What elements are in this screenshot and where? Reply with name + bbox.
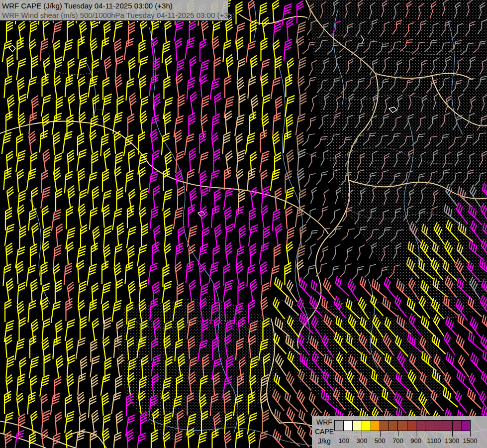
- colorbar-tick-mark: [452, 431, 453, 437]
- legend-label-model: WRF: [314, 418, 335, 427]
- colorbar-cell: [416, 421, 425, 431]
- cape-colorbar: [334, 420, 471, 431]
- colorbar-tick-mark: [398, 431, 398, 437]
- colorbar-cell: [344, 421, 353, 431]
- colorbar-tick-mark: [380, 431, 381, 437]
- title-line-cape: WRF CAPE (J/kg) Tuesday 04-11-2025 03:00…: [2, 1, 225, 10]
- colorbar-cell: [362, 421, 371, 431]
- colorbar-tick-mark: [416, 431, 416, 437]
- cape-legend: WRF CAPE J/kg 10030050070090011001300150…: [312, 416, 487, 448]
- title-overlay: WRF CAPE (J/kg) Tuesday 04-11-2025 03:00…: [0, 0, 228, 21]
- colorbar-cell: [335, 421, 344, 431]
- colorbar-cell: [407, 421, 416, 431]
- colorbar-cell: [434, 421, 443, 431]
- legend-label-unit: J/kg: [314, 437, 335, 446]
- colorbar-cell: [462, 421, 470, 431]
- colorbar-cell: [380, 421, 389, 431]
- legend-label-variable: CAPE: [314, 427, 335, 437]
- colorbar-tick-mark: [344, 431, 344, 437]
- title-line-shear: WRF Wind shear (m/s) 500/1000hPa Tuesday…: [2, 10, 225, 20]
- weather-map-page: WRF CAPE (J/kg) Tuesday 04-11-2025 03:00…: [0, 0, 487, 448]
- colorbar-cell: [353, 421, 362, 431]
- weather-map-canvas: [0, 0, 487, 448]
- colorbar-cell: [389, 421, 398, 431]
- colorbar-cell: [371, 421, 380, 431]
- colorbar-cell: [398, 421, 407, 431]
- legend-label: WRF CAPE J/kg: [314, 418, 335, 446]
- colorbar-tick-mark: [470, 431, 471, 437]
- colorbar-tick-mark: [362, 431, 362, 437]
- colorbar-wrap: 100300500700900110013001500: [334, 420, 471, 446]
- colorbar-cell: [453, 421, 462, 431]
- colorbar-tick-mark: [434, 431, 434, 437]
- colorbar-tick-label: 1500: [459, 437, 481, 445]
- colorbar-cell: [425, 421, 434, 431]
- colorbar-cell: [443, 421, 452, 431]
